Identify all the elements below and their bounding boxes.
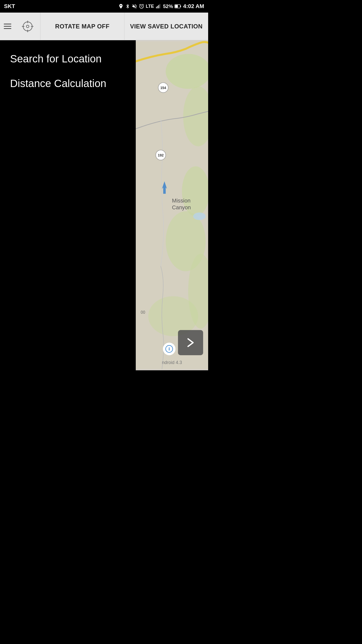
alarm-icon (139, 4, 144, 9)
svg-text:Mission: Mission (172, 197, 191, 204)
battery-label: 52% (163, 4, 173, 9)
toolbar: ROTATE MAP OFF VIEW SAVED LOCATION (0, 13, 208, 40)
svg-text:i: i (168, 346, 170, 351)
svg-point-20 (193, 213, 206, 220)
gps-target-icon (21, 20, 34, 33)
svg-rect-6 (180, 6, 181, 7)
status-bar: SKT LTE 52% 4:02 A (0, 0, 208, 13)
carrier-label: SKT (4, 3, 15, 10)
location-button[interactable] (15, 13, 40, 40)
info-button[interactable]: i (163, 343, 175, 355)
menu-button[interactable] (0, 13, 15, 40)
svg-point-7 (23, 22, 32, 31)
lte-label: LTE (146, 4, 154, 9)
svg-rect-2 (158, 5, 159, 9)
view-saved-button[interactable]: VIEW SAVED LOCATION (124, 13, 208, 40)
svg-rect-3 (160, 4, 160, 8)
chevron-right-icon (184, 336, 197, 349)
svg-text:154: 154 (160, 86, 166, 90)
signal-icon (155, 4, 161, 9)
svg-point-8 (26, 25, 29, 28)
status-icons: LTE 52% 4:02 AM (118, 3, 204, 10)
svg-rect-0 (156, 7, 157, 8)
main-content: Search for Location Distance Calculation (0, 40, 208, 370)
map-view[interactable]: 154 192 Mission Canyon 00 (136, 40, 208, 370)
svg-text:Canyon: Canyon (172, 204, 191, 211)
rotate-map-button[interactable]: ROTATE MAP OFF (40, 13, 124, 40)
sidebar-item-distance-calculation[interactable]: Distance Calculation (8, 72, 128, 95)
svg-rect-5 (175, 5, 178, 8)
info-icon: i (165, 345, 173, 353)
svg-text:00: 00 (141, 310, 145, 314)
map-svg: 154 192 Mission Canyon 00 (136, 40, 208, 370)
sidebar-item-search-location[interactable]: Search for Location (8, 48, 128, 70)
rotate-map-label: ROTATE MAP OFF (55, 23, 109, 30)
time-label: 4:02 AM (183, 3, 204, 10)
battery-icon (174, 4, 182, 9)
mute-icon (132, 4, 137, 9)
bluetooth-icon (125, 4, 130, 9)
android-version-label: ndroid 4.3 (136, 359, 208, 365)
forward-button[interactable] (178, 330, 203, 355)
hamburger-icon (4, 24, 11, 29)
svg-rect-1 (157, 6, 158, 8)
gps-status-icon (118, 4, 124, 9)
svg-text:192: 192 (158, 153, 164, 157)
sidebar-drawer: Search for Location Distance Calculation (0, 40, 136, 370)
view-saved-label: VIEW SAVED LOCATION (130, 23, 203, 30)
